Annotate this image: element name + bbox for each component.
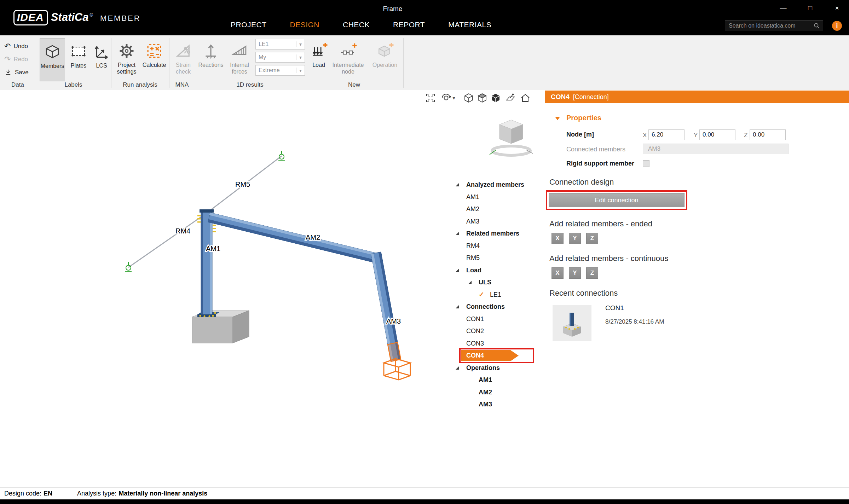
member-label-rm4: RM4 (175, 227, 190, 235)
chevron-down-icon: ▾ (296, 54, 305, 60)
tree-item-am1[interactable]: AM1 (449, 191, 544, 203)
maximize-button[interactable]: □ (804, 3, 816, 13)
titlebar: IDEA StatiCa ® MEMBER Frame PROJECT DESI… (0, 0, 849, 35)
new-load-button[interactable]: Load (308, 38, 329, 81)
tab-materials[interactable]: MATERIALS (447, 18, 492, 31)
reactions-button[interactable]: Reactions (197, 38, 224, 81)
calculate-button[interactable]: Calculate (141, 38, 168, 81)
rigid-support-checkbox[interactable] (643, 160, 649, 167)
close-button[interactable]: × (831, 3, 843, 13)
tree-item-le1[interactable]: ✓ LE1 (449, 289, 544, 301)
add-ended-y-button[interactable]: Y (569, 233, 581, 244)
panel-header: CON4 [Connection] (545, 91, 849, 103)
tab-report[interactable]: REPORT (392, 18, 426, 31)
members-button[interactable]: Members (40, 38, 65, 81)
tree-item-analyzed-members[interactable]: Analyzed members (449, 179, 544, 191)
add-continuous-y-button[interactable]: Y (569, 267, 581, 279)
expander-icon[interactable] (468, 281, 472, 284)
tree-item-operations-am1[interactable]: AM1 (449, 374, 544, 386)
tree-item-am3[interactable]: AM3 (449, 215, 544, 228)
tree-item-con4-selected[interactable]: CON4 (449, 349, 544, 362)
expander-icon[interactable] (456, 232, 459, 235)
selected-item-banner[interactable]: CON4 (461, 350, 519, 361)
tree-item-related-members[interactable]: Related members (449, 227, 544, 240)
tree-item-con1[interactable]: CON1 (449, 313, 544, 325)
add-continuous-z-button[interactable]: Z (586, 267, 598, 279)
orbit-view-icon[interactable] (441, 93, 451, 103)
ribbon-divider (403, 38, 404, 88)
member-label-am2: AM2 (306, 233, 320, 241)
shaded-edges-cube-icon[interactable] (477, 93, 487, 103)
edit-connection-button[interactable]: Edit connection (549, 193, 685, 207)
lcs-icon (92, 42, 111, 61)
support-icon (278, 151, 285, 160)
result-extreme-dropdown[interactable]: Extreme ▾ (255, 65, 305, 76)
add-continuous-x-button[interactable]: X (551, 267, 564, 279)
analysis-type-label: Analysis type: (77, 490, 116, 497)
expander-icon[interactable] (456, 269, 459, 272)
member-am1[interactable] (197, 209, 216, 314)
search-box[interactable] (725, 21, 823, 31)
tree-item-rm5[interactable]: RM5 (449, 252, 544, 264)
chevron-down-icon[interactable]: ▾ (451, 95, 456, 101)
redo-button[interactable]: ↷ Redo (4, 56, 28, 63)
node-y-input[interactable] (699, 129, 735, 140)
add-ended-z-button[interactable]: Z (586, 233, 598, 244)
tree-item-operations-am3[interactable]: AM3 (449, 398, 544, 411)
collapse-properties-icon[interactable] (555, 117, 560, 120)
node-label: Node [m] (566, 131, 594, 138)
window-controls: — □ × (778, 3, 843, 13)
tree-item-con3[interactable]: CON3 (449, 337, 544, 350)
home-view-icon[interactable] (520, 93, 531, 103)
new-intermediate-node-button[interactable]: Intermediate node (330, 38, 366, 81)
wireframe-cube-icon[interactable] (463, 93, 474, 103)
gear-icon (117, 42, 136, 60)
tab-design[interactable]: DESIGN (289, 18, 320, 31)
search-icon[interactable] (814, 23, 820, 29)
tree-item-am2[interactable]: AM2 (449, 203, 544, 215)
member-am3[interactable] (371, 252, 401, 361)
save-button[interactable]: Save (4, 69, 29, 76)
tree-item-connections[interactable]: Connections (449, 301, 544, 313)
new-operation-button[interactable]: Operation (368, 38, 402, 81)
fit-view-icon[interactable] (425, 93, 436, 103)
tab-project[interactable]: PROJECT (230, 18, 267, 31)
lcs-button[interactable]: LCS (91, 38, 112, 81)
intermediate-node-icon (339, 42, 357, 60)
node-z-input[interactable] (750, 129, 786, 140)
tree-item-operations-am2[interactable]: AM2 (449, 386, 544, 399)
result-case-dropdown[interactable]: LE1 ▾ (255, 39, 305, 50)
info-icon[interactable]: i (832, 21, 842, 31)
solid-cube-icon[interactable] (490, 93, 501, 103)
tree-item-con2[interactable]: CON2 (449, 325, 544, 337)
search-input[interactable] (725, 23, 814, 29)
add-ended-title: Add related members - ended (549, 219, 652, 228)
project-settings-button[interactable]: Project settings (114, 38, 139, 81)
add-ended-x-button[interactable]: X (551, 233, 564, 244)
add-continuous-axis-buttons: X Y Z (551, 267, 602, 279)
tree-item-uls[interactable]: ULS (449, 276, 544, 289)
tree-item-operations[interactable]: Operations (449, 362, 544, 374)
tree-item-load[interactable]: Load (449, 264, 544, 277)
member-am2[interactable] (208, 213, 377, 263)
expander-icon[interactable] (456, 183, 459, 186)
connection-con4-wireframe[interactable] (384, 359, 410, 380)
tree-item-rm4[interactable]: RM4 (449, 240, 544, 252)
member-rm4[interactable] (128, 213, 207, 267)
strain-check-button[interactable]: Strain check (172, 38, 195, 81)
plates-button[interactable]: Plates (68, 38, 89, 81)
result-component-dropdown[interactable]: My ▾ (255, 52, 305, 63)
panel-header-type: [Connection] (573, 93, 609, 101)
internal-forces-button[interactable]: Internal forces (226, 38, 253, 81)
tab-check[interactable]: CHECK (342, 18, 370, 31)
undo-button[interactable]: ↶ Undo (4, 42, 28, 50)
minimize-button[interactable]: — (778, 3, 789, 13)
navigation-cube[interactable] (490, 120, 533, 155)
member-label-am3: AM3 (386, 317, 401, 325)
node-x-input[interactable] (648, 129, 685, 140)
working-plane-icon[interactable] (505, 93, 516, 103)
expander-icon[interactable] (456, 305, 459, 308)
expander-icon[interactable] (456, 366, 459, 370)
check-icon[interactable]: ✓ (479, 289, 484, 301)
recent-connection-thumbnail[interactable] (553, 305, 591, 341)
